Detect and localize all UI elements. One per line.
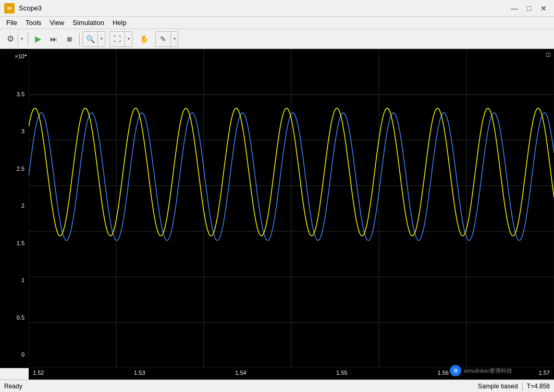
menu-tools[interactable]: Tools: [21, 18, 45, 28]
run-button[interactable]: ▶: [31, 32, 45, 46]
zoom-dropdown-arrow[interactable]: ▾: [97, 32, 105, 46]
x-label-152: 1.52: [33, 370, 44, 380]
minimize-button[interactable]: —: [508, 2, 521, 15]
window-controls: — □ ✕: [508, 2, 550, 15]
y-label-0: 0: [2, 351, 27, 358]
chart-area: ⊡: [29, 49, 554, 368]
watermark: 微 simulinker赛博科技: [450, 365, 512, 376]
status-bar: Ready Sample based T=4.858: [0, 380, 554, 392]
plot-canvas[interactable]: [29, 49, 554, 368]
plot-corner-icon[interactable]: ⊡: [546, 51, 551, 58]
x-label-153: 1.53: [134, 370, 145, 380]
cursor-group: ✎ ▾: [155, 31, 178, 47]
title-bar: M Scope3 — □ ✕: [0, 0, 554, 17]
stop-button[interactable]: ⏹: [62, 32, 77, 46]
y-label-15: 1.5: [2, 240, 27, 246]
watermark-text: simulinker赛博科技: [463, 367, 512, 375]
maximize-button[interactable]: □: [523, 2, 535, 15]
menu-simulation[interactable]: Simulation: [68, 18, 108, 28]
y-label-05: 0.5: [2, 314, 27, 321]
x-label-154: 1.54: [235, 370, 246, 380]
toolbar-sep-1: [28, 33, 28, 45]
x-label-157: 1.57: [539, 370, 550, 380]
y-label-2: 2: [2, 203, 27, 209]
y-label-1: 1: [2, 277, 27, 283]
y-label-35: 3.5: [2, 91, 27, 97]
menu-help[interactable]: Help: [108, 18, 131, 28]
cursor-dropdown-arrow[interactable]: ▾: [170, 32, 178, 46]
y-scale-label: ×10⁴: [2, 53, 27, 60]
toolbar-sep-2: [79, 33, 80, 45]
x-label-156: 1.56: [437, 370, 448, 380]
cursor-button[interactable]: ✎: [156, 32, 170, 46]
plot-area: ×10⁴ 3.5 3 2.5 2 1.5 1 0.5 0 ⊡: [0, 49, 554, 368]
settings-button[interactable]: ⚙: [3, 32, 18, 46]
step-forward-button[interactable]: ⏭: [46, 32, 61, 46]
x-label-155: 1.55: [336, 370, 347, 380]
window-title: Scope3: [19, 4, 508, 12]
status-ready: Ready: [4, 383, 478, 390]
status-separator: [522, 382, 523, 390]
y-label-25: 2.5: [2, 166, 27, 172]
plot-wrapper: ×10⁴ 3.5 3 2.5 2 1.5 1 0.5 0 ⊡ 1.52 1.53…: [0, 49, 554, 380]
zoom-box-dropdown-arrow[interactable]: ▾: [125, 32, 132, 46]
settings-dropdown-arrow[interactable]: ▾: [18, 32, 25, 46]
status-right: Sample based T=4.858: [478, 382, 550, 390]
zoom-group: 🔍 ▾: [82, 31, 105, 47]
toolbar: ⚙ ▾ ▶ ⏭ ⏹ 🔍 ▾ ⛶ ▾ ✋ ✎ ▾: [0, 29, 554, 49]
menu-view[interactable]: View: [45, 18, 68, 28]
y-axis: ×10⁴ 3.5 3 2.5 2 1.5 1 0.5 0: [0, 49, 29, 368]
menu-bar: File Tools View Simulation Help: [0, 17, 554, 29]
zoom-box-group: ⛶ ▾: [109, 31, 132, 47]
y-label-3: 3: [2, 128, 27, 134]
pan-button[interactable]: ✋: [137, 32, 151, 46]
settings-group: ⚙ ▾: [3, 32, 25, 46]
zoom-button[interactable]: 🔍: [83, 32, 97, 46]
menu-file[interactable]: File: [2, 18, 21, 28]
app-logo: M: [4, 3, 15, 14]
sample-based-label: Sample based: [478, 383, 518, 390]
watermark-icon: 微: [450, 365, 461, 376]
close-button[interactable]: ✕: [537, 2, 550, 15]
zoom-box-button[interactable]: ⛶: [110, 32, 125, 46]
time-label: T=4.858: [527, 383, 550, 390]
